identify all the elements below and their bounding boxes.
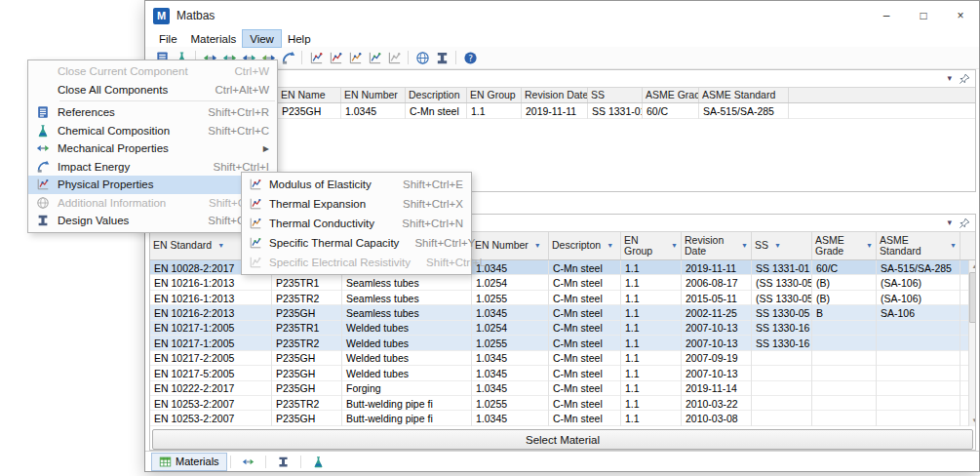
vertical-scrollbar[interactable]: ▲ ▼: [968, 260, 975, 426]
filter-dropdown-icon[interactable]: ▼: [607, 242, 613, 249]
column-header-asme-standard[interactable]: ASME Standard: [699, 88, 789, 102]
panel-menu-button[interactable]: ▾: [947, 74, 952, 83]
filter-dropdown-icon[interactable]: ▼: [950, 242, 957, 249]
toolbar-button-modulus-of-elasticity-icon[interactable]: [307, 49, 325, 66]
menu-item-impact-energy[interactable]: Impact EnergyShift+Ctrl+I: [28, 158, 277, 177]
materials-grid: EN 10028-2:2017P235GH1.0345C-Mn steel1.1…: [150, 260, 968, 426]
pin-icon[interactable]: [959, 218, 970, 229]
toolbar-button-specific-electrical-resistivity-icon[interactable]: [385, 49, 403, 66]
select-material-button[interactable]: Select Material: [152, 429, 973, 450]
column-header-revision-date[interactable]: Revision Date▼: [682, 232, 752, 259]
column-header-en-number[interactable]: EN Number▼: [472, 232, 549, 259]
cell: 2007-10-13: [682, 336, 752, 350]
toolbar-button-design-values-icon[interactable]: [433, 49, 451, 66]
tab-design-values[interactable]: [270, 454, 296, 470]
table-row[interactable]: EN 10222-2:2017P235GHForging1.0345C-Mn s…: [150, 381, 968, 396]
filter-dropdown-icon[interactable]: ▼: [671, 242, 678, 249]
menu-item-references[interactable]: ReferencesShift+Ctrl+R: [28, 103, 277, 122]
panel-menu-button[interactable]: ▾: [947, 218, 952, 227]
toolbar-button-thermal-expansion-icon[interactable]: [327, 49, 344, 66]
filter-dropdown-icon[interactable]: ▼: [534, 242, 541, 249]
column-header-asme-grade[interactable]: ASME Grade: [643, 88, 699, 102]
cell: SS 1330-16: [752, 321, 812, 336]
toolbar-button-help-icon[interactable]: ?: [461, 49, 479, 66]
table-row[interactable]: EN 10216-1:2013P235TR1Seamless tubes1.02…: [150, 275, 968, 290]
toolbar-button-impact-energy-icon[interactable]: [279, 49, 296, 66]
column-label: Descripton: [552, 240, 601, 251]
maximize-button[interactable]: □: [905, 1, 942, 30]
menu-file[interactable]: File: [152, 30, 184, 47]
tab-materials[interactable]: Materials: [152, 454, 226, 470]
menu-view[interactable]: View: [243, 30, 281, 47]
column-header-asme-grade[interactable]: ASME Grade▼: [812, 232, 877, 259]
filter-dropdown-icon[interactable]: ▼: [866, 242, 873, 249]
column-header-en-group[interactable]: EN Group: [467, 88, 522, 102]
filter-dropdown-icon[interactable]: ▼: [774, 242, 781, 249]
cell: 1.1: [621, 336, 682, 350]
toolbar-button-additional-information-icon[interactable]: [413, 49, 431, 66]
menu-item-thermal-conductivity[interactable]: Thermal ConductivityShift+Ctrl+N: [242, 214, 471, 233]
filter-dropdown-icon[interactable]: ▼: [741, 242, 748, 249]
menu-icon-gutter: [28, 196, 58, 210]
scrollbar-thumb[interactable]: [969, 272, 975, 323]
menu-shortcut: Shift+Ctrl+R: [192, 106, 269, 118]
menu-item-close-all-components[interactable]: Close All ComponentsCtrl+Alt+W: [28, 81, 277, 99]
column-header-asme-standard[interactable]: ASME Standard▼: [877, 232, 960, 259]
table-row[interactable]: EN 10216-1:2013P235TR2Seamless tubes1.02…: [150, 291, 968, 305]
toolbar-button-specific-thermal-capacity-icon[interactable]: [366, 49, 383, 66]
toolbar-button-thermal-conductivity-icon[interactable]: [346, 49, 364, 66]
cell: 2007-09-19: [682, 351, 752, 366]
tab-mechanical-properties[interactable]: [235, 454, 261, 470]
menu-shortcut: Shift+Ctrl+L: [411, 257, 486, 268]
scroll-up-icon[interactable]: ▲: [969, 260, 975, 272]
cell: 1.1: [621, 396, 682, 411]
filter-dropdown-icon[interactable]: ▼: [217, 242, 224, 249]
column-header-descripton[interactable]: Descripton▼: [549, 232, 621, 259]
column-header-en-name[interactable]: EN Name: [278, 88, 341, 102]
table-row[interactable]: EN 10217-2:2005P235GHWelded tubes1.0345C…: [150, 351, 968, 366]
column-header-description[interactable]: Description: [406, 88, 467, 102]
column-header-ss[interactable]: SS: [588, 88, 643, 102]
menu-item-chemical-composition[interactable]: Chemical CompositionShift+Ctrl+C: [28, 122, 277, 140]
menu-item-modulus-of-elasticity[interactable]: Modulus of ElasticityShift+Ctrl+E: [242, 175, 471, 194]
cell: SS 1331-01: [588, 103, 643, 119]
additional-information-icon: [36, 196, 50, 210]
pin-icon[interactable]: [959, 73, 970, 85]
column-label: SS: [755, 240, 768, 251]
cell: Welded tubes: [342, 321, 472, 336]
chemical-composition-icon: [312, 456, 325, 468]
menu-help[interactable]: Help: [281, 30, 318, 47]
cell-filler: [960, 275, 968, 290]
table-row[interactable]: EN 10253-2:2007P235TR2Butt-welding pipe …: [150, 396, 968, 411]
menu-item-design-values[interactable]: Design ValuesShift+Ctrl+D: [28, 212, 277, 230]
cell-filler: [960, 321, 968, 336]
menu-item-specific-thermal-capacity[interactable]: Specific Thermal CapacityShift+Ctrl+Y: [242, 233, 471, 253]
menu-materials[interactable]: Materials: [184, 30, 244, 47]
cell: B: [812, 305, 877, 320]
cell: P235GH: [278, 103, 341, 119]
cell: C-Mn steel: [549, 275, 621, 290]
table-row[interactable]: EN 10253-2:2007P235GHButt-welding pipe f…: [150, 411, 968, 425]
column-header-revision-date[interactable]: Revision Date: [522, 88, 588, 102]
close-button[interactable]: ×: [942, 1, 979, 30]
cell: 1.0254: [472, 321, 549, 336]
menu-shortcut: Shift+Ctrl+Y: [399, 237, 475, 249]
scroll-down-icon[interactable]: ▼: [969, 415, 975, 426]
table-row[interactable]: EN 10217-1:2005P235TR1Welded tubes1.0254…: [150, 321, 968, 336]
column-header-ss[interactable]: SS▼: [752, 232, 812, 259]
table-row[interactable]: EN 10217-1:2005P235TR2Welded tubes1.0255…: [150, 336, 968, 350]
minimize-button[interactable]: –: [868, 1, 905, 30]
tab-separator: [265, 456, 266, 468]
mechanical-properties-icon: [36, 141, 50, 155]
cell: C-Mn steel: [549, 291, 621, 305]
menu-item-thermal-expansion[interactable]: Thermal ExpansionShift+Ctrl+X: [242, 194, 471, 214]
component-tab-bar: Materials: [145, 451, 979, 471]
tab-chemical-composition[interactable]: [305, 454, 332, 470]
column-header-en-number[interactable]: EN Number: [341, 88, 406, 102]
table-row[interactable]: EN 10217-5:2005P235GHWelded tubes1.0345C…: [150, 366, 968, 380]
table-row[interactable]: EN 10216-2:2013P235GHSeamless tubes1.034…: [150, 305, 968, 320]
column-header-en-group[interactable]: EN Group▼: [621, 232, 682, 259]
cell: Seamless tubes: [342, 291, 472, 305]
menu-item-mechanical-properties[interactable]: Mechanical Properties▶: [28, 139, 277, 158]
menu-item-physical-properties[interactable]: Physical Properties▶: [28, 176, 277, 194]
